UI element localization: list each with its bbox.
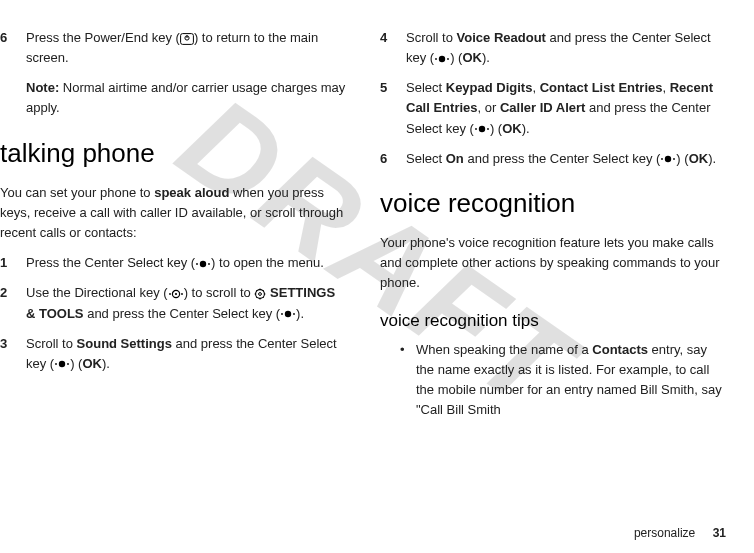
step-2: 2 Use the Directional key () to scroll t…	[0, 283, 346, 323]
svg-point-3	[196, 263, 198, 265]
svg-point-31	[479, 126, 485, 132]
text: ) to scroll to	[184, 285, 255, 300]
svg-point-22	[285, 311, 291, 317]
left-column: 6 Press the Power/End key () to return t…	[0, 18, 346, 420]
step-number: 2	[0, 283, 26, 323]
bullet-text: When speaking the name of a Contacts ent…	[416, 340, 726, 421]
text: and press the Center Select key (	[464, 151, 661, 166]
step-5: 5 Select Keypad Digits, Contact List Ent…	[380, 78, 726, 138]
ok-label: OK	[462, 50, 482, 65]
footer-label: personalize	[634, 526, 695, 540]
svg-point-26	[435, 58, 437, 60]
page-content: 6 Press the Power/End key () to return t…	[0, 18, 726, 420]
ok-label: OK	[502, 121, 522, 136]
menu-item: Contacts	[592, 342, 648, 357]
center-select-key-icon	[434, 54, 450, 64]
bullet-item: • When speaking the name of a Contacts e…	[400, 340, 726, 421]
svg-point-21	[293, 313, 295, 315]
menu-item: Contact List Entries	[540, 80, 663, 95]
section-talking-phone: talking phone	[0, 133, 346, 173]
svg-point-24	[67, 364, 69, 366]
svg-line-19	[263, 290, 264, 291]
text: Select	[406, 151, 446, 166]
note: Note: Normal airtime and/or carrier usag…	[26, 78, 346, 118]
svg-point-4	[208, 263, 210, 265]
text: When speaking the name of a	[416, 342, 592, 357]
subsection-tips: voice recognition tips	[380, 308, 726, 334]
center-select-key-icon	[195, 259, 211, 269]
text: ) (	[676, 151, 688, 166]
ok-label: OK	[689, 151, 709, 166]
svg-line-16	[257, 290, 258, 291]
text: ) (	[490, 121, 502, 136]
step-text: Press the Center Select key () to open t…	[26, 253, 346, 273]
step-number: 6	[380, 149, 406, 169]
text: Select	[406, 80, 446, 95]
svg-point-33	[673, 158, 675, 160]
center-select-key-icon	[280, 309, 296, 319]
svg-point-29	[475, 128, 477, 130]
text: Press the Power/End key (	[26, 30, 180, 45]
step-number: 5	[380, 78, 406, 138]
svg-point-5	[200, 261, 206, 267]
center-select-key-icon	[660, 154, 676, 164]
text: ) (	[450, 50, 462, 65]
step-number: 6	[0, 28, 26, 68]
center-select-key-icon	[54, 359, 70, 369]
step-text: Scroll to Voice Readout and press the Ce…	[406, 28, 726, 68]
section-voice-recognition: voice recognition	[380, 183, 726, 223]
note-label: Note:	[26, 80, 59, 95]
step-3: 3 Scroll to Sound Settings and press the…	[0, 334, 346, 374]
step-6-left: 6 Press the Power/End key () to return t…	[0, 28, 346, 68]
svg-point-30	[487, 128, 489, 130]
text: and press the Center Select key (	[84, 306, 281, 321]
menu-item: Voice Readout	[457, 30, 546, 45]
directional-key-icon	[168, 289, 184, 299]
text: Scroll to	[406, 30, 457, 45]
step-6-right: 6 Select On and press the Center Select …	[380, 149, 726, 169]
note-text: Normal airtime and/or carrier usage char…	[26, 80, 345, 115]
intro-text: Your phone's voice recognition feature l…	[380, 233, 726, 293]
text: ).	[708, 151, 716, 166]
bold-text: speak aloud	[154, 185, 229, 200]
power-end-key-icon	[180, 33, 194, 45]
svg-point-32	[661, 158, 663, 160]
svg-point-25	[59, 361, 65, 367]
text: Press the Center Select key (	[26, 255, 195, 270]
text: ) (	[70, 356, 82, 371]
step-text: Press the Power/End key () to return to …	[26, 28, 346, 68]
text: ) to open the menu.	[211, 255, 324, 270]
text: ,	[662, 80, 669, 95]
svg-point-6	[169, 293, 171, 295]
text: , or	[478, 100, 500, 115]
text: You can set your phone to	[0, 185, 154, 200]
svg-point-23	[55, 364, 57, 366]
svg-line-18	[257, 297, 258, 298]
right-column: 4 Scroll to Voice Readout and press the …	[380, 18, 726, 420]
menu-item: Keypad Digits	[446, 80, 533, 95]
text: Scroll to	[26, 336, 77, 351]
step-number: 3	[0, 334, 26, 374]
svg-point-28	[439, 56, 445, 62]
page-number: 31	[713, 526, 726, 540]
text: ).	[296, 306, 304, 321]
step-text: Select Keypad Digits, Contact List Entri…	[406, 78, 726, 138]
menu-item: Caller ID Alert	[500, 100, 586, 115]
intro-text: You can set your phone to speak aloud wh…	[0, 183, 346, 243]
step-text: Select On and press the Center Select ke…	[406, 149, 726, 169]
step-text: Scroll to Sound Settings and press the C…	[26, 334, 346, 374]
menu-item: Sound Settings	[77, 336, 172, 351]
text: Use the Directional key (	[26, 285, 168, 300]
text: ).	[102, 356, 110, 371]
svg-point-7	[181, 293, 183, 295]
svg-point-27	[447, 58, 449, 60]
step-number: 1	[0, 253, 26, 273]
svg-point-11	[259, 293, 262, 296]
text: ).	[522, 121, 530, 136]
bullet-marker: •	[400, 340, 416, 421]
svg-line-17	[263, 297, 264, 298]
center-select-key-icon	[474, 124, 490, 134]
text: ).	[482, 50, 490, 65]
svg-point-34	[665, 156, 671, 162]
step-number: 4	[380, 28, 406, 68]
